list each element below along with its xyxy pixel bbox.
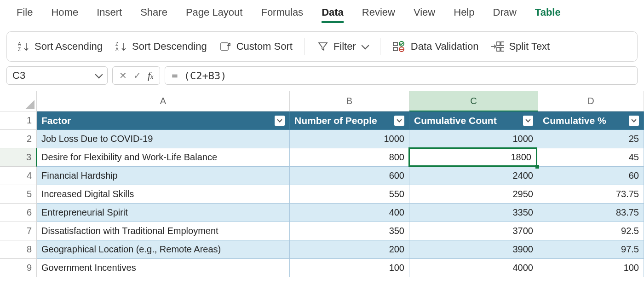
- spreadsheet-grid[interactable]: ABCD1FactorNumber of PeopleCumulative Co…: [0, 91, 644, 277]
- table-row: 4Financial Hardship600240060: [0, 167, 644, 185]
- name-box[interactable]: C3: [6, 66, 108, 85]
- cell-D8[interactable]: 97.5: [538, 240, 644, 259]
- table-header-A[interactable]: Factor: [37, 111, 290, 130]
- cell-B5[interactable]: 550: [290, 185, 409, 204]
- filter-dropdown-icon[interactable]: [394, 116, 404, 126]
- cell-B7[interactable]: 350: [290, 222, 409, 240]
- menu-tab-share[interactable]: Share: [140, 6, 167, 21]
- cell-D2[interactable]: 25: [538, 130, 644, 148]
- cell-A7[interactable]: Dissatisfaction with Traditional Employm…: [37, 222, 290, 240]
- data-validation-label: Data Validation: [411, 41, 479, 53]
- menu-tab-view[interactable]: View: [414, 6, 435, 21]
- data-validation-button[interactable]: Data Validation: [392, 41, 479, 53]
- row-header[interactable]: 6: [0, 204, 37, 222]
- table-row: 6Entrepreneurial Spirit400335083.75: [0, 204, 644, 222]
- cell-C2[interactable]: 1000: [409, 130, 538, 148]
- cell-A2[interactable]: Job Loss Due to COVID-19: [37, 130, 290, 148]
- sort-ascending-label: Sort Ascending: [34, 41, 103, 53]
- table-header-D[interactable]: Cumulative %: [538, 111, 644, 130]
- cell-B8[interactable]: 200: [290, 240, 409, 259]
- ribbon-separator: [305, 38, 305, 55]
- menu-tab-home[interactable]: Home: [51, 6, 78, 21]
- sort-descending-button[interactable]: ZA Sort Descending: [115, 40, 207, 53]
- svg-text:Z: Z: [18, 47, 21, 52]
- data-validation-icon: [392, 41, 406, 53]
- cell-D7[interactable]: 92.5: [538, 222, 644, 240]
- menu-tab-draw[interactable]: Draw: [493, 6, 517, 21]
- row-header[interactable]: 1: [0, 111, 37, 130]
- cell-B3[interactable]: 800: [290, 148, 409, 167]
- menu-tab-help[interactable]: Help: [454, 6, 474, 21]
- table-header-C[interactable]: Cumulative Count: [409, 111, 538, 130]
- menu-tab-data[interactable]: Data: [322, 6, 344, 21]
- cell-C6[interactable]: 3350: [409, 204, 538, 222]
- cell-C9[interactable]: 4000: [409, 259, 538, 277]
- cell-D5[interactable]: 73.75: [538, 185, 644, 204]
- cell-A8[interactable]: Geographical Location (e.g., Remote Area…: [37, 240, 290, 259]
- row-header[interactable]: 5: [0, 185, 37, 204]
- cell-C4[interactable]: 2400: [409, 167, 538, 185]
- cell-D9[interactable]: 100: [538, 259, 644, 277]
- row-header[interactable]: 7: [0, 222, 37, 240]
- table-header-label: Cumulative %: [543, 115, 606, 126]
- cell-A4[interactable]: Financial Hardship: [37, 167, 290, 185]
- menu-tab-table[interactable]: Table: [535, 6, 561, 21]
- svg-rect-12: [501, 47, 504, 51]
- cell-A5[interactable]: Increased Digital Skills: [37, 185, 290, 204]
- filter-dropdown-icon[interactable]: [275, 116, 285, 126]
- menu-tab-review[interactable]: Review: [362, 6, 395, 21]
- cell-A3[interactable]: Desire for Flexibility and Work-Life Bal…: [37, 148, 290, 167]
- table-header-B[interactable]: Number of People: [290, 111, 409, 130]
- cell-C5[interactable]: 2950: [409, 185, 538, 204]
- split-text-button[interactable]: Split Text: [490, 41, 550, 53]
- sort-descending-label: Sort Descending: [132, 41, 207, 53]
- svg-text:A: A: [115, 47, 119, 52]
- sort-ascending-button[interactable]: AZ Sort Ascending: [17, 40, 103, 53]
- cell-A9[interactable]: Government Incentives: [37, 259, 290, 277]
- cell-C7[interactable]: 3700: [409, 222, 538, 240]
- column-header-B[interactable]: B: [290, 91, 409, 111]
- row-header[interactable]: 4: [0, 167, 37, 185]
- cancel-icon[interactable]: ✕: [119, 70, 127, 81]
- column-header-C[interactable]: C: [409, 91, 538, 111]
- fx-icon[interactable]: fx: [148, 70, 153, 82]
- cell-A6[interactable]: Entrepreneurial Spirit: [37, 204, 290, 222]
- chevron-down-icon: [95, 71, 103, 79]
- row-header[interactable]: 2: [0, 130, 37, 148]
- cell-C8[interactable]: 3900: [409, 240, 538, 259]
- cell-D3[interactable]: 45: [538, 148, 644, 167]
- cell-B4[interactable]: 600: [290, 167, 409, 185]
- cell-C3[interactable]: 1800: [409, 148, 538, 167]
- svg-text:A: A: [18, 41, 21, 47]
- table-row: 2Job Loss Due to COVID-191000100025: [0, 130, 644, 148]
- row-header[interactable]: 8: [0, 240, 37, 259]
- confirm-icon[interactable]: ✓: [133, 70, 141, 81]
- formula-input[interactable]: = (C2+B3): [165, 66, 638, 85]
- menu-bar: FileHomeInsertSharePage LayoutFormulasDa…: [0, 0, 644, 25]
- filter-label: Filter: [334, 41, 356, 53]
- menu-tab-insert[interactable]: Insert: [97, 6, 122, 21]
- filter-dropdown-icon[interactable]: [523, 116, 533, 126]
- cell-B6[interactable]: 400: [290, 204, 409, 222]
- custom-sort-icon: [219, 40, 232, 53]
- cell-B2[interactable]: 1000: [290, 130, 409, 148]
- table-row: 9Government Incentives1004000100: [0, 259, 644, 277]
- table-row: 3Desire for Flexibility and Work-Life Ba…: [0, 148, 644, 167]
- table-header-label: Factor: [41, 115, 71, 126]
- select-all-corner[interactable]: [0, 91, 37, 111]
- column-header-A[interactable]: A: [37, 91, 290, 111]
- cell-D6[interactable]: 83.75: [538, 204, 644, 222]
- cell-B9[interactable]: 100: [290, 259, 409, 277]
- menu-tab-page-layout[interactable]: Page Layout: [186, 6, 243, 21]
- cell-D4[interactable]: 60: [538, 167, 644, 185]
- filter-button[interactable]: Filter: [317, 41, 368, 53]
- column-header-D[interactable]: D: [538, 91, 644, 111]
- menu-tab-file[interactable]: File: [17, 6, 33, 21]
- filter-dropdown-icon[interactable]: [629, 116, 639, 126]
- menu-tab-formulas[interactable]: Formulas: [261, 6, 303, 21]
- custom-sort-button[interactable]: Custom Sort: [219, 40, 293, 53]
- row-header[interactable]: 9: [0, 259, 37, 277]
- table-row: 5Increased Digital Skills550295073.75: [0, 185, 644, 204]
- svg-rect-11: [501, 42, 504, 46]
- row-header[interactable]: 3: [0, 148, 37, 167]
